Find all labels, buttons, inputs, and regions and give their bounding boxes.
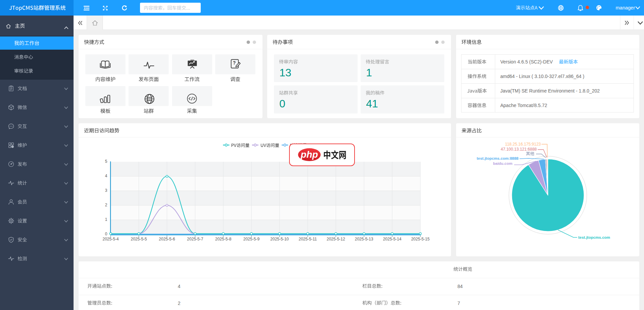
svg-text:php: php <box>300 149 318 160</box>
